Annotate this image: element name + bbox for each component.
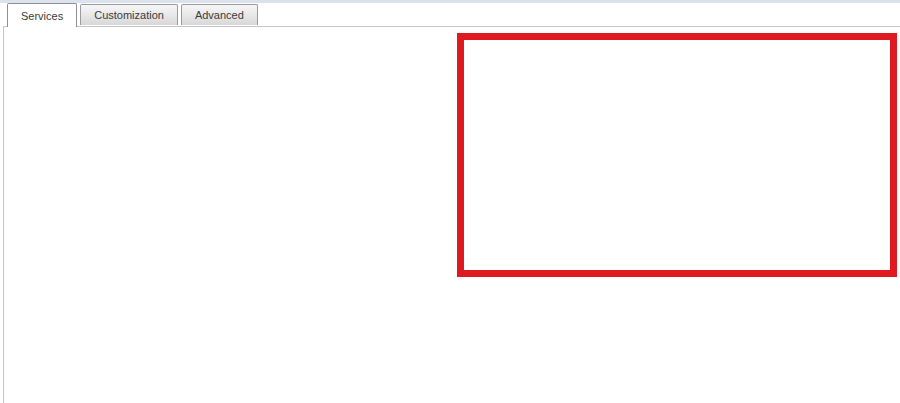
tab-advanced[interactable]: Advanced (181, 4, 258, 25)
tab-services[interactable]: Services (7, 3, 77, 27)
services-tab-panel (3, 26, 900, 403)
tab-bar: Services Customization Advanced (7, 4, 258, 27)
tab-customization[interactable]: Customization (80, 4, 178, 25)
window-top-strip (0, 0, 900, 3)
